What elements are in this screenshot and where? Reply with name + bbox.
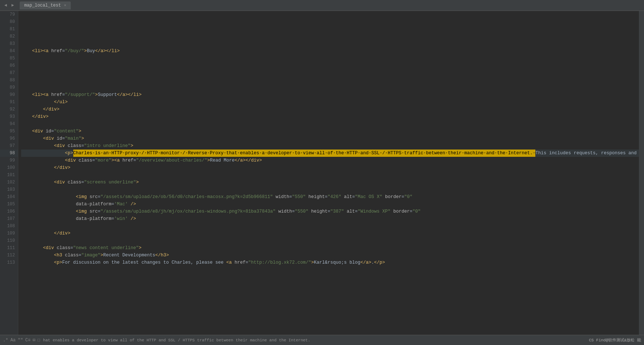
line-number-82: 82 (0, 33, 18, 40)
line-number-98: 98 (0, 150, 18, 157)
token-plain (21, 179, 54, 186)
token-plain (21, 113, 32, 120)
status-bar: .* Aa "" C≡ ⊟ □ hat enables a developer … (0, 335, 644, 345)
code-line-102: <div class="screens underline"> (21, 179, 639, 186)
format-icon[interactable]: C≡ (25, 338, 30, 343)
token-plain (62, 252, 65, 259)
token-attr-value: "0" (404, 193, 412, 201)
code-line-80 (21, 18, 639, 26)
token-plain: = (98, 208, 101, 215)
line-number-106: 106 (0, 208, 18, 215)
line-number-91: 91 (0, 98, 18, 106)
token-tag: > (112, 157, 115, 164)
code-line-110 (21, 237, 639, 244)
token-plain: For discussion on the latest changes to … (62, 259, 226, 266)
token-attr-name: id (57, 135, 62, 142)
case-icon[interactable]: Aa (10, 338, 15, 343)
editor-tab[interactable]: map_local_test × (20, 1, 70, 9)
panel-icon[interactable]: □ (38, 338, 40, 343)
token-attr-name: alt (347, 208, 355, 215)
token-plain: = (325, 193, 328, 201)
line-number-94: 94 (0, 120, 18, 128)
code-line-89 (21, 84, 639, 91)
code-line-81 (21, 26, 639, 33)
token-plain (21, 98, 54, 106)
token-plain (120, 157, 123, 164)
token-plain: = (292, 208, 295, 215)
token-tag: <a (226, 259, 232, 266)
token-tag: <p> (54, 259, 62, 266)
token-tag: <a (43, 47, 49, 55)
code-line-87 (21, 69, 639, 77)
code-line-111: <div class="news content underline"> (21, 244, 639, 252)
line-number-96: 96 (0, 135, 18, 142)
status-icons: .* Aa "" C≡ ⊟ □ (3, 337, 40, 343)
token-plain (54, 244, 57, 252)
token-tag: <div (54, 142, 65, 150)
token-plain (54, 135, 57, 142)
token-plain (49, 91, 51, 98)
code-line-104: <img src="/assets/sm/upload/ze/ob/56/d0/… (21, 193, 639, 201)
token-tag: > (207, 157, 210, 164)
token-plain (309, 208, 311, 215)
line-number-80: 80 (0, 18, 18, 26)
token-attr-value: "/support/" (65, 91, 95, 98)
code-line-109: </div> (21, 230, 639, 237)
code-area[interactable]: <li><a href="/buy/">Buy</a></li> <li><a … (18, 11, 639, 335)
token-plain: = (92, 157, 95, 164)
token-plain: Buy (87, 47, 95, 55)
token-plain: Recent Developments (103, 252, 155, 259)
line-number-83: 83 (0, 40, 18, 47)
token-tag: > (79, 128, 82, 135)
token-attr-name: href (51, 91, 62, 98)
line-number-104: 104 (0, 193, 18, 201)
token-plain: = (352, 193, 355, 201)
regex-icon[interactable]: .* (3, 338, 8, 343)
token-plain (21, 135, 43, 142)
token-attr-value: "image" (81, 252, 101, 259)
token-attr-name: class (57, 244, 71, 252)
token-tag: </ul> (54, 98, 68, 106)
editor-container: 7980818283848586878889909192939495969798… (0, 11, 644, 335)
token-plain (87, 193, 90, 201)
word-icon[interactable]: "" (18, 338, 23, 343)
code-line-85 (21, 55, 639, 62)
token-attr-value: "426" (327, 193, 341, 201)
token-plain: = (70, 244, 73, 252)
line-number-102: 102 (0, 179, 18, 186)
token-tag: <a (43, 91, 49, 98)
view-icon[interactable]: ⊟ (33, 337, 35, 343)
token-attr-value: "http://blog.xk72.com/" (248, 259, 311, 266)
token-plain: = (62, 135, 65, 142)
token-yellow-highlight: Charles·is·an·HTTP·proxy·/·HTTP·monitor·… (73, 150, 536, 157)
token-plain (128, 201, 131, 208)
token-plain (21, 252, 54, 259)
code-line-91: </ul> (21, 98, 639, 106)
token-attr-name: src (90, 208, 98, 215)
token-tag: </div> (54, 230, 70, 237)
code-line-105: data-platform='Mac' /> (21, 201, 639, 208)
token-attr-value: "/buy/" (65, 47, 84, 55)
scrollbar-right[interactable] (639, 11, 644, 335)
nav-forward-button[interactable]: ► (10, 2, 15, 9)
tab-close-button[interactable]: × (64, 3, 66, 8)
token-tag: > (84, 47, 87, 55)
token-plain (382, 193, 385, 201)
token-plain: = (98, 193, 101, 201)
token-tag: </div> (32, 113, 49, 120)
title-bar: ◄ ► map_local_test × (0, 0, 644, 11)
token-plain (21, 47, 32, 55)
nav-back-button[interactable]: ◄ (3, 2, 8, 9)
token-attr-value: "main" (65, 135, 81, 142)
line-number-97: 97 (0, 142, 18, 150)
token-plain: = (245, 259, 248, 266)
code-line-83 (21, 40, 639, 47)
token-plain: = (327, 208, 330, 215)
token-attr-value: "/assets/sm/upload/e8/jh/mj/ox/charles-w… (101, 208, 276, 215)
token-attr-name: border (385, 193, 401, 201)
token-tag: </li> (128, 91, 142, 98)
token-attr-name: class (65, 252, 79, 259)
token-attr-name: id (46, 128, 51, 135)
token-plain: = (112, 215, 115, 222)
token-tag: > (139, 244, 142, 252)
